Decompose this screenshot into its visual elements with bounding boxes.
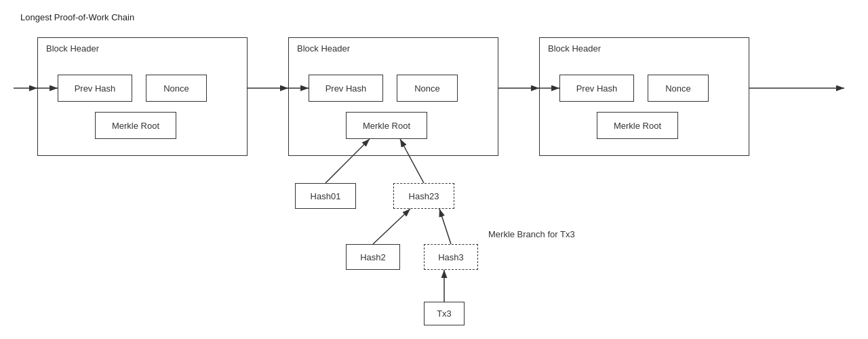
hash2-box: Hash2 [346,244,400,270]
b2-merkle: Merkle Root [346,112,427,139]
tx3-box: Tx3 [424,302,465,325]
b3-nonce: Nonce [648,75,709,102]
hash23-box: Hash23 [393,183,454,209]
block2-label: Block Header [297,43,350,54]
diagram: Longest Proof-of-Work Chain Block Header… [0,0,868,339]
svg-line-11 [373,209,410,244]
hash3-box: Hash3 [424,244,478,270]
merkle-branch-label: Merkle Branch for Tx3 [488,229,575,239]
b2-prevhash: Prev Hash [309,75,383,102]
b3-merkle: Merkle Root [597,112,678,139]
b1-merkle: Merkle Root [95,112,176,139]
b3-prevhash: Prev Hash [559,75,634,102]
b1-nonce: Nonce [146,75,207,102]
block1-label: Block Header [46,43,99,54]
svg-line-12 [439,209,451,244]
diagram-title: Longest Proof-of-Work Chain [20,12,134,22]
block3-label: Block Header [548,43,601,54]
b1-prevhash: Prev Hash [58,75,132,102]
hash01-box: Hash01 [295,183,356,209]
b2-nonce: Nonce [397,75,458,102]
